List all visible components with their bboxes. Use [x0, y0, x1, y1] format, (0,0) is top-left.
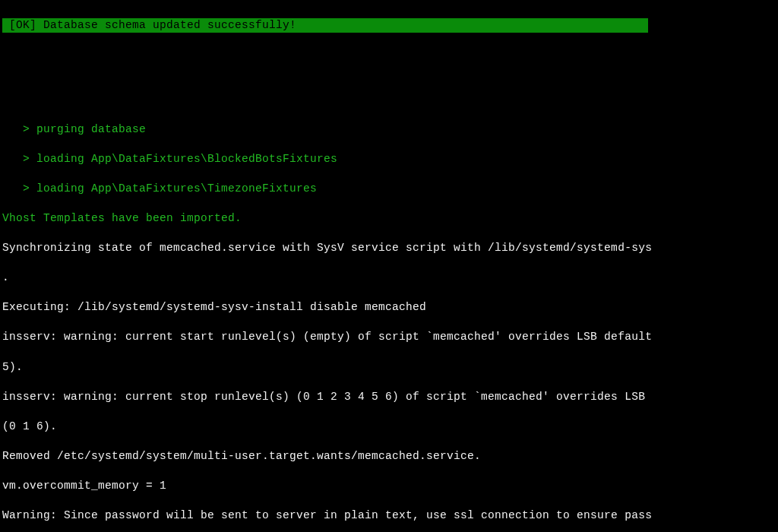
- output-line: Warning: Since password will be sent to …: [2, 508, 776, 524]
- fixture-line: > purging database: [2, 122, 776, 138]
- output-line: Removed /etc/systemd/system/multi-user.t…: [2, 449, 776, 464]
- fixture-line: > loading App\DataFixtures\TimezoneFixtu…: [2, 182, 776, 197]
- output-line: 5).: [2, 360, 776, 375]
- blank-line: [2, 62, 776, 78]
- vhost-imported-line: Vhost Templates have been imported.: [2, 211, 776, 226]
- output-line: insserv: warning: current start runlevel…: [2, 330, 776, 345]
- output-line: .: [2, 271, 776, 286]
- output-line: Executing: /lib/systemd/systemd-sysv-ins…: [2, 300, 776, 315]
- output-line: (0 1 6).: [2, 420, 776, 435]
- status-banner: [OK] Database schema updated successfull…: [2, 18, 648, 33]
- fixture-line: > loading App\DataFixtures\BlockedBotsFi…: [2, 152, 776, 167]
- output-line: vm.overcommit_memory = 1: [2, 479, 776, 494]
- output-line: Synchronizing state of memcached.service…: [2, 241, 776, 256]
- blank-line: [2, 92, 776, 107]
- terminal-output[interactable]: [OK] Database schema updated successfull…: [2, 3, 776, 532]
- output-line: insserv: warning: current stop runlevel(…: [2, 390, 776, 405]
- blank-line: [2, 33, 776, 48]
